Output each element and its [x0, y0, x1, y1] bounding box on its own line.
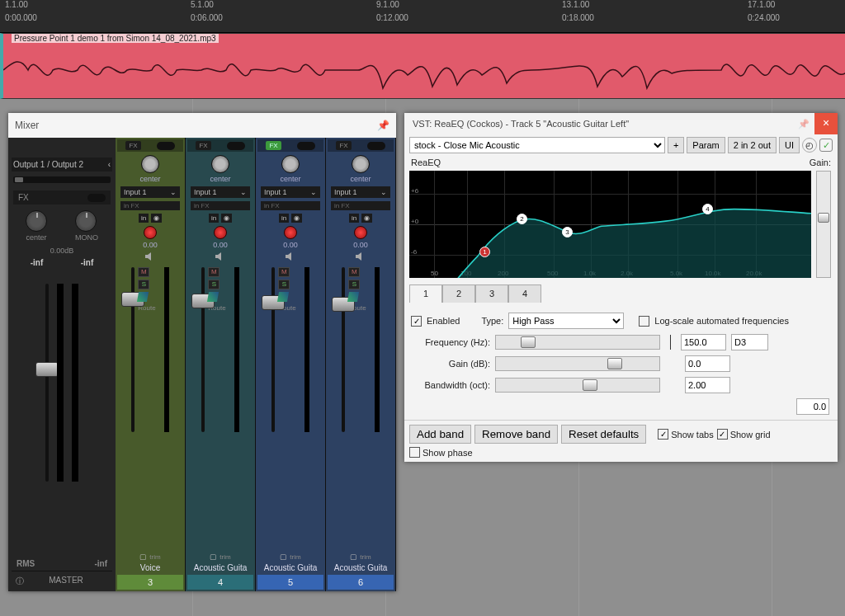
pan-knob[interactable] — [352, 155, 370, 173]
pin-icon[interactable]: 📌 — [377, 120, 389, 131]
master-fader[interactable] — [45, 284, 49, 482]
band-tab-4[interactable]: 4 — [508, 284, 541, 303]
track-number[interactable]: 4 — [187, 575, 253, 590]
pin-icon[interactable]: 📌 — [798, 119, 810, 129]
in-button[interactable]: in — [349, 214, 359, 223]
record-arm-button[interactable] — [144, 226, 157, 239]
track-name[interactable]: Acoustic Guita — [257, 561, 323, 575]
param-button[interactable]: Param — [687, 137, 725, 153]
input-select[interactable]: Input 1⌄ — [331, 186, 390, 198]
track-name[interactable]: Acoustic Guita — [328, 561, 394, 575]
mute-button[interactable]: M — [348, 267, 360, 277]
clock-icon[interactable]: ◴ — [802, 138, 817, 153]
input-mon-icon[interactable]: ◉ — [291, 214, 302, 223]
enabled-checkbox[interactable]: ✓ — [411, 316, 422, 327]
fx-bypass-toggle[interactable] — [87, 194, 106, 202]
chevron-icon[interactable]: ‹ — [108, 160, 111, 169]
eq-band-3[interactable]: 3 — [562, 227, 573, 237]
master-fx-button[interactable]: FX — [13, 190, 111, 205]
mute-button[interactable]: M — [208, 267, 220, 277]
filter-type-select[interactable]: High Pass — [508, 313, 624, 329]
track-fader[interactable] — [131, 267, 135, 432]
bw-input[interactable] — [685, 377, 730, 393]
info-icon[interactable]: ⓘ — [16, 576, 24, 587]
preset-select[interactable]: stock - Close Mic Acoustic — [409, 137, 665, 153]
vst-titlebar[interactable]: VST: ReaEQ (Cockos) - Track 5 "Acoustic … — [404, 113, 838, 134]
band-tab-1[interactable]: 1 — [409, 284, 442, 303]
input-mon-icon[interactable]: ◉ — [151, 214, 162, 223]
note-input[interactable] — [731, 334, 768, 350]
track-number[interactable]: 6 — [328, 575, 394, 590]
track-name[interactable]: Acoustic Guita — [187, 561, 253, 575]
solo-button[interactable]: S — [348, 280, 360, 289]
record-arm-button[interactable] — [214, 226, 227, 239]
fx-bypass-toggle[interactable] — [227, 142, 245, 150]
ui-button[interactable]: UI — [779, 137, 800, 153]
input-select[interactable]: Input 1⌄ — [261, 186, 320, 198]
eq-band-4[interactable]: 4 — [702, 204, 713, 214]
remove-band-button[interactable]: Remove band — [474, 425, 558, 444]
trim-icon[interactable]: ▢ — [280, 553, 287, 561]
close-button[interactable]: × — [814, 113, 838, 134]
pan-knob[interactable] — [211, 155, 229, 173]
in-button[interactable]: in — [279, 214, 289, 223]
freq-input[interactable] — [681, 334, 726, 350]
gain-row-slider[interactable] — [495, 356, 660, 371]
mute-button[interactable]: M — [138, 267, 149, 277]
fx-button[interactable]: FX — [125, 141, 140, 150]
add-preset-button[interactable]: + — [668, 137, 684, 153]
route-icon[interactable] — [347, 292, 359, 302]
fx-bypass-toggle[interactable] — [297, 142, 315, 150]
master-gain-field[interactable] — [796, 398, 829, 415]
fx-button[interactable]: FX — [266, 141, 281, 150]
freq-slider[interactable] — [495, 335, 660, 350]
mixer-titlebar[interactable]: Mixer 📌 — [8, 113, 396, 138]
input-select[interactable]: Input 1⌄ — [191, 186, 250, 198]
pan-knob[interactable] — [26, 210, 47, 232]
gain-input[interactable] — [685, 355, 730, 372]
route-icon[interactable] — [137, 292, 149, 302]
input-select[interactable]: Input 1⌄ — [120, 186, 180, 198]
logscale-checkbox[interactable] — [639, 316, 649, 327]
input-mon-icon[interactable]: ◉ — [221, 214, 232, 223]
fx-bypass-toggle[interactable] — [367, 142, 385, 150]
trim-icon[interactable]: ▢ — [210, 553, 217, 561]
solo-button[interactable]: S — [138, 280, 149, 289]
fx-button[interactable]: FX — [336, 141, 351, 150]
mute-button[interactable]: M — [278, 267, 290, 277]
fx-button[interactable]: FX — [196, 141, 210, 150]
band-tab-2[interactable]: 2 — [442, 284, 475, 303]
eq-band-1[interactable]: 1 — [479, 247, 490, 257]
track-number[interactable]: 5 — [257, 575, 323, 590]
show-grid-checkbox[interactable]: ✓ — [717, 429, 728, 440]
route-icon[interactable] — [207, 292, 219, 302]
solo-button[interactable]: S — [278, 280, 290, 289]
route-icon[interactable] — [277, 292, 289, 302]
eq-graph[interactable]: +6 +0 -6 50 100 200 500 1.0k 2.0k 5.0k 1… — [409, 171, 811, 278]
reset-defaults-button[interactable]: Reset defaults — [561, 425, 646, 444]
show-tabs-checkbox[interactable]: ✓ — [658, 429, 668, 440]
track-fader[interactable] — [201, 267, 205, 432]
band-tab-3[interactable]: 3 — [475, 284, 508, 303]
audio-clip[interactable]: Pressure Point 1 demo 1 from Simon 14_08… — [0, 33, 845, 99]
fx-bypass-toggle[interactable] — [157, 142, 175, 150]
input-mon-icon[interactable]: ◉ — [361, 214, 372, 223]
trim-icon[interactable]: ▢ — [139, 553, 147, 561]
track-number[interactable]: 3 — [117, 575, 183, 590]
track-fader[interactable] — [271, 267, 275, 432]
pan-knob[interactable] — [281, 155, 300, 173]
in-button[interactable]: in — [139, 214, 149, 223]
enabled-check[interactable]: ✓ — [819, 139, 833, 152]
pan-knob[interactable] — [141, 155, 159, 173]
io-button[interactable]: 2 in 2 out — [728, 137, 777, 153]
record-arm-button[interactable] — [284, 226, 297, 239]
eq-band-2[interactable]: 2 — [517, 214, 527, 224]
bw-slider[interactable] — [495, 378, 660, 393]
solo-button[interactable]: S — [208, 280, 220, 289]
track-name[interactable]: Voice — [117, 561, 183, 575]
in-button[interactable]: in — [209, 214, 219, 223]
timeline-ruler[interactable]: 1.1.00 5.1.00 9.1.00 13.1.00 17.1.00 0:0… — [0, 0, 845, 33]
show-phase-checkbox[interactable] — [409, 447, 420, 458]
track-fader[interactable] — [342, 267, 345, 432]
add-band-button[interactable]: Add band — [409, 425, 471, 444]
